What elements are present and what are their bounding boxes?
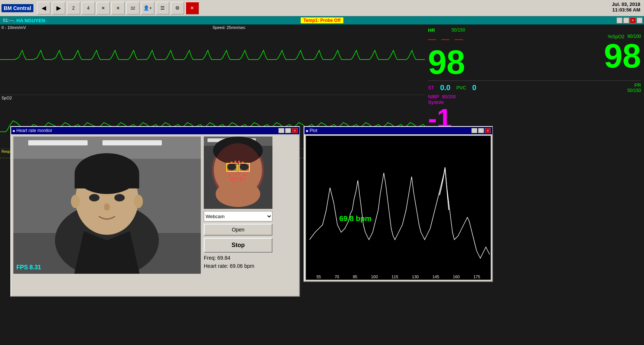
plot-close-btn[interactable]: ✕ — [485, 128, 491, 133]
hrm-minimize-btn[interactable]: _ — [278, 128, 284, 133]
x-label-115: 115 — [392, 275, 398, 279]
x-label-70: 70 — [334, 275, 339, 279]
plot-waveform-svg: 69.8 bpm — [306, 136, 491, 280]
x-label-175: 175 — [473, 275, 480, 279]
plot-minimize-btn[interactable]: _ — [471, 128, 477, 133]
nibp-label: NIBP — [428, 94, 439, 99]
patient-bar: 01:---, HA NGUYEN Temp1: Probe Off _ □ ✕… — [0, 16, 644, 24]
bm-logo: BM Central — [1, 4, 33, 12]
svg-point-26 — [234, 161, 236, 163]
stop-camera-button[interactable]: Stop — [204, 238, 272, 253]
svg-point-39 — [227, 164, 236, 170]
patient-name: HA NGUYEN — [16, 18, 45, 23]
hrm-restore-btn[interactable]: □ — [285, 128, 291, 133]
bpm-text: 69.8 bpm — [339, 214, 372, 223]
nibp-range: 80/200 — [442, 94, 456, 99]
patient-bar-controls: _ □ ✕ ? — [617, 17, 643, 23]
minimize-monitor-btn[interactable]: _ — [617, 17, 622, 23]
forward-button[interactable]: ▶ — [52, 2, 65, 14]
hr-value: 98 — [428, 46, 465, 79]
add-patient-button[interactable]: 👤+ — [141, 2, 154, 14]
temp-alert: Temp1: Probe Off — [301, 17, 344, 23]
hr-section: HR 50/150 — — — 98 — [428, 27, 465, 79]
plot-restore-btn[interactable]: □ — [478, 128, 484, 133]
hrm-camera-panel: FPS 8.31 — [13, 137, 201, 294]
st-pvc-row: ST 0.0 PVC 0 PR 50/150 — [428, 82, 641, 93]
svg-point-36 — [229, 174, 231, 177]
toolbar: BM Central ◀ ▶ 2 4 ✕ ✕ 32 👤+ ☰ ⚙ ✕ Jul. … — [0, 0, 644, 16]
hrm-controls-panel: Webcam Open Stop Freq: 69.84 Heart rate:… — [204, 137, 297, 294]
heartrate-display: Heart rate: 69.06 bpm — [204, 263, 297, 269]
ecg-strip: II - 10mm/mV Speed: 25mm/sec — [0, 24, 425, 95]
close-monitor-btn[interactable]: ✕ — [630, 17, 636, 23]
plot-title-icon: ■ — [306, 129, 308, 133]
svg-point-14 — [71, 195, 80, 208]
x-label-100: 100 — [371, 275, 377, 279]
pr-label: PR — [634, 82, 641, 88]
spo2-value: 98 — [604, 39, 641, 73]
toolbar-btn-32[interactable]: 32 — [126, 2, 140, 14]
toolbar-btn-2[interactable]: 2 — [67, 2, 80, 14]
st-value: 0.0 — [440, 83, 451, 92]
hrm-title-icon: ■ — [13, 129, 15, 133]
hr-range: 50/150 — [451, 27, 465, 33]
hr-label: HR — [428, 27, 435, 33]
nibp-systole-label: Systole — [428, 99, 641, 105]
x-label-130: 130 — [412, 275, 419, 279]
x-label-145: 145 — [432, 275, 439, 279]
svg-point-40 — [240, 164, 249, 170]
hr-indicator-dashes: — — — — [428, 34, 465, 44]
restore-monitor-btn[interactable]: □ — [623, 17, 629, 23]
x-label-55: 55 — [316, 275, 321, 279]
freq-display: Freq: 69.84 — [204, 255, 297, 261]
menu-button[interactable]: ☰ — [156, 2, 169, 14]
hrm-titlebar[interactable]: ■ Heart rate monitor _ □ ✕ — [11, 127, 299, 134]
svg-point-12 — [114, 194, 125, 201]
plot-title: Plot — [310, 128, 317, 133]
face-detect-view — [204, 137, 272, 209]
hrm-window: ■ Heart rate monitor _ □ ✕ — [10, 126, 300, 297]
toolbar-btn-x1[interactable]: ✕ — [97, 2, 110, 14]
extra-monitor-btn[interactable]: ? — [637, 17, 643, 23]
close-app-button[interactable]: ✕ — [186, 2, 199, 14]
face-detect-svg — [204, 137, 272, 209]
hrm-content: FPS 8.31 — [11, 134, 299, 296]
svg-rect-3 — [28, 140, 88, 145]
ecg-waveform — [0, 24, 425, 95]
spo2-section: %SpO2 90/100 98 — [604, 34, 641, 73]
st-label: ST — [428, 85, 434, 91]
settings-button[interactable]: ⚙ — [171, 2, 184, 14]
vitals-top-row: HR 50/150 — — — 98 %SpO2 90/100 98 — [428, 27, 641, 81]
toolbar-btn-4[interactable]: 4 — [82, 2, 95, 14]
svg-rect-52 — [306, 136, 491, 280]
x-label-160: 160 — [453, 275, 460, 279]
pr-range: 50/150 — [627, 88, 641, 93]
datetime: Jul. 03, 2018 11:03:56 AM — [612, 1, 640, 13]
hrm-close-btn[interactable]: ✕ — [292, 128, 298, 133]
plot-titlebar[interactable]: ■ Plot _ □ ✕ — [304, 127, 492, 134]
camera-feed-svg — [13, 137, 201, 274]
svg-point-32 — [243, 174, 246, 177]
hrm-title: Heart rate monitor — [16, 128, 52, 133]
open-camera-button[interactable]: Open — [204, 224, 272, 236]
x-axis-labels: 55 70 85 100 115 130 145 160 175 — [306, 275, 491, 279]
svg-point-45 — [231, 178, 232, 180]
plot-window: ■ Plot _ □ ✕ 69.8 bpm 55 70 85 100 115 1… — [304, 126, 493, 282]
plot-win-controls: _ □ ✕ — [471, 128, 491, 133]
webcam-select[interactable]: Webcam — [204, 211, 272, 221]
svg-point-49 — [243, 178, 245, 180]
camera-feed: FPS 8.31 — [13, 137, 201, 274]
svg-point-44 — [239, 173, 241, 175]
fps-label: FPS 8.31 — [16, 264, 41, 271]
svg-point-51 — [216, 181, 260, 207]
hr-header: HR 50/150 — [428, 27, 465, 33]
plot-canvas: 69.8 bpm 55 70 85 100 115 130 145 160 17… — [306, 136, 491, 280]
svg-rect-10 — [75, 174, 139, 188]
back-button[interactable]: ◀ — [37, 2, 50, 14]
patient-id: 01:---, — [3, 18, 15, 23]
svg-point-43 — [236, 173, 238, 175]
svg-point-34 — [236, 178, 238, 180]
svg-point-15 — [134, 195, 143, 208]
toolbar-btn-x2[interactable]: ✕ — [111, 2, 125, 14]
svg-point-11 — [89, 194, 99, 201]
